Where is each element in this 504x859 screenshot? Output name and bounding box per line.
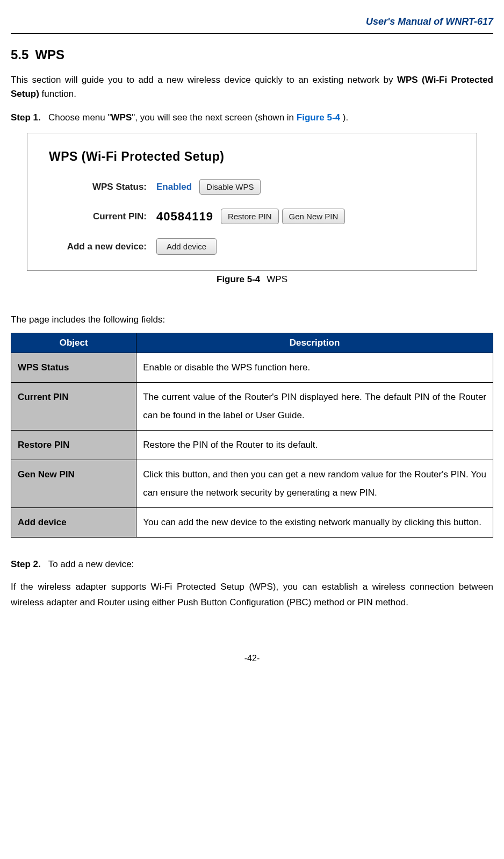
section-title: WPS bbox=[35, 47, 64, 62]
table-row: WPS Status Enable or disable the WPS fun… bbox=[11, 353, 493, 383]
step-1-p2: ", you will see the next screen (shown i… bbox=[132, 112, 297, 123]
td-obj: Gen New PIN bbox=[11, 460, 136, 508]
current-pin-value: 40584119 bbox=[156, 210, 213, 224]
td-obj: Add device bbox=[11, 508, 136, 538]
step-2: Step 2. To add a new device: bbox=[11, 559, 493, 570]
add-device-label: Add a new device: bbox=[49, 241, 156, 252]
wps-panel-title: WPS (Wi-Fi Protected Setup) bbox=[49, 149, 455, 164]
td-desc: Enable or disable the WPS function here. bbox=[136, 353, 493, 383]
step-2-label: Step 2. bbox=[11, 559, 41, 569]
table-row: Gen New PIN Click this button, and then … bbox=[11, 460, 493, 508]
step-1-label: Step 1. bbox=[11, 112, 41, 123]
step-1-p3: ). bbox=[340, 112, 348, 123]
add-device-row: Add a new device: Add device bbox=[49, 238, 455, 255]
th-description: Description bbox=[136, 333, 493, 353]
section-number: 5.5 bbox=[11, 47, 28, 62]
table-row: Add device You can add the new device to… bbox=[11, 508, 493, 538]
intro-paragraph: This section will guide you to add a new… bbox=[11, 73, 493, 101]
figure-caption-label: Figure 5-4 bbox=[217, 274, 260, 284]
td-obj: Restore PIN bbox=[11, 431, 136, 460]
td-obj: WPS Status bbox=[11, 353, 136, 383]
td-desc: You can add the new device to the existi… bbox=[136, 508, 493, 538]
td-desc: The current value of the Router's PIN di… bbox=[136, 383, 493, 431]
page-header: User's Manual of WNRT-617 bbox=[11, 16, 493, 34]
wps-status-label: WPS Status: bbox=[49, 182, 156, 192]
current-pin-row: Current PIN: 40584119 Restore PIN Gen Ne… bbox=[49, 209, 455, 224]
step-1-p1: Choose menu " bbox=[48, 112, 111, 123]
page-number: -42- bbox=[11, 654, 493, 663]
th-object: Object bbox=[11, 333, 136, 353]
intro-suffix: function. bbox=[39, 89, 76, 99]
restore-pin-button[interactable]: Restore PIN bbox=[221, 209, 279, 224]
table-row: Current PIN The current value of the Rou… bbox=[11, 383, 493, 431]
wps-status-row: WPS Status: Enabled Disable WPS bbox=[49, 179, 455, 195]
table-header-row: Object Description bbox=[11, 333, 493, 353]
step-1-bold: WPS bbox=[111, 112, 132, 123]
table-row: Restore PIN Restore the PIN of the Route… bbox=[11, 431, 493, 460]
figure-caption-text: WPS bbox=[267, 274, 287, 284]
disable-wps-button[interactable]: Disable WPS bbox=[199, 179, 261, 195]
add-device-button[interactable]: Add device bbox=[156, 238, 217, 255]
td-desc: Click this button, and then you can get … bbox=[136, 460, 493, 508]
td-obj: Current PIN bbox=[11, 383, 136, 431]
figure-screenshot: WPS (Wi-Fi Protected Setup) WPS Status: … bbox=[27, 133, 477, 271]
intro-prefix: This section will guide you to add a new… bbox=[11, 75, 397, 85]
fields-intro: The page includes the following fields: bbox=[11, 314, 493, 325]
wps-status-value: Enabled bbox=[156, 182, 192, 192]
td-desc: Restore the PIN of the Router to its def… bbox=[136, 431, 493, 460]
section-heading: 5.5WPS bbox=[11, 47, 493, 62]
current-pin-label: Current PIN: bbox=[49, 211, 156, 222]
figure-ref[interactable]: Figure 5-4 bbox=[297, 112, 340, 123]
step-2-text: To add a new device: bbox=[48, 559, 134, 569]
figure-caption: Figure 5-4WPS bbox=[11, 274, 493, 285]
description-table: Object Description WPS Status Enable or … bbox=[11, 333, 493, 538]
step-2-body: If the wireless adapter supports Wi-Fi P… bbox=[11, 579, 493, 611]
gen-new-pin-button[interactable]: Gen New PIN bbox=[282, 209, 345, 224]
step-1: Step 1. Choose menu "WPS", you will see … bbox=[11, 112, 493, 123]
